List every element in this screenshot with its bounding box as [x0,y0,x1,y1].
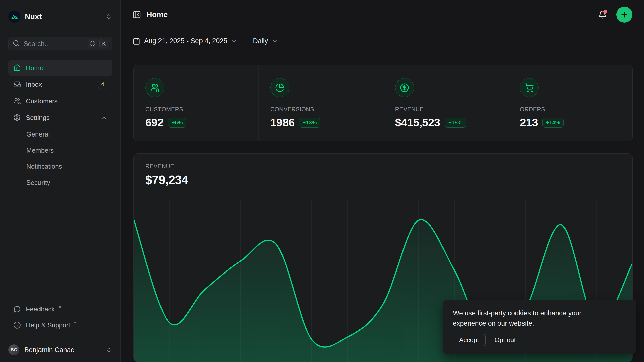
revenue-chart-label: REVENUE [145,163,632,170]
subnav-label: Members [26,147,54,154]
chevron-down-icon [272,38,278,44]
gear-icon [13,114,21,121]
sidebar-item-label: Home [26,64,43,72]
workspace-name: Nuxt [25,12,42,21]
page-title: Home [147,10,168,19]
kbd-meta: ⌘ [88,39,97,48]
external-link-icon [58,303,62,311]
subnav-label: General [26,130,50,138]
sidebar-item-members[interactable]: Members [26,142,112,158]
users-icon [145,78,164,97]
granularity-value: Daily [253,37,268,45]
sidebar-item-notifications[interactable]: Notifications [26,158,112,174]
search-icon [13,40,20,48]
optout-cookies-button[interactable]: Opt out [495,334,516,346]
stat-delta-badge: +6% [168,118,186,128]
search-box[interactable]: ⌘ K [8,37,112,50]
revenue-chart-header: REVENUE $79,234 [134,154,632,187]
sidebar-item-customers[interactable]: Customers [8,93,112,109]
stat-label: CONVERSIONS [270,106,383,113]
cookie-banner: We use first-party cookies to enhance yo… [443,300,636,354]
sidebar-item-label: Inbox [26,81,42,88]
filters-toolbar: Aug 21, 2025 - Sep 4, 2025 Daily [121,29,644,53]
topbar-actions [598,7,632,23]
subnav-label: Notifications [26,163,62,170]
stat-delta-badge: +14% [542,118,564,128]
stat-value: $415,523 [395,116,440,129]
help-support-label: Help & Support [26,321,70,329]
feedback-link[interactable]: Feedback [8,302,112,316]
stat-label: ORDERS [520,106,632,113]
info-icon [13,321,21,329]
add-button[interactable] [616,7,632,23]
chevrons-up-down-icon [106,13,112,20]
sidebar-item-inbox[interactable]: Inbox 4 [8,76,112,93]
users-icon [13,97,21,105]
home-icon [13,64,21,72]
feedback-label: Feedback [26,305,55,313]
settings-subnav: General Members Notifications Security [8,126,112,191]
chevrons-up-down-icon [106,347,112,353]
topbar: Home [121,0,644,29]
pie-chart-icon [270,78,289,97]
stat-delta-badge: +13% [299,118,320,128]
workspace-switcher[interactable]: Nuxt [8,9,112,24]
revenue-chart-value: $79,234 [145,173,632,187]
sidebar-footer: Feedback Help & Support [8,302,112,338]
calendar-icon [133,37,140,45]
stats-card: CUSTOMERS 692 +6% CONVERSIONS 1986 +13% [133,65,633,141]
nuxt-logo-icon [8,11,20,23]
inbox-count-badge: 4 [98,80,107,89]
kbd-k: K [99,39,108,48]
stat-value: 692 [145,116,164,129]
search-input[interactable] [23,40,84,48]
cookie-message: We use first-party cookies to enhance yo… [453,308,614,328]
cookie-actions: Accept Opt out [453,334,626,346]
stat-label: CUSTOMERS [145,106,258,113]
user-menu[interactable]: BC Benjamin Canac [0,338,120,362]
inbox-icon [13,81,21,88]
search-shortcut: ⌘ K [88,39,108,48]
date-range-picker[interactable]: Aug 21, 2025 - Sep 4, 2025 [133,37,237,45]
chevron-down-icon [231,38,237,44]
avatar: BC [8,344,19,355]
chevron-up-icon [101,114,107,121]
sidebar-item-settings[interactable]: Settings [8,110,112,126]
stat-value: 213 [520,116,538,129]
sidebar-collapse-button[interactable] [133,10,141,19]
sidebar-item-general[interactable]: General [26,126,112,142]
granularity-select[interactable]: Daily [253,37,278,45]
notifications-button[interactable] [598,10,607,19]
external-link-icon [73,319,77,327]
subnav-label: Security [26,179,50,187]
user-name: Benjamin Canac [24,346,74,354]
sidebar-nav: Home Inbox 4 Customers Settings [8,60,112,191]
sidebar-item-home[interactable]: Home [8,60,112,76]
stat-orders: ORDERS 213 +14% [508,65,632,141]
help-support-link[interactable]: Help & Support [8,318,112,332]
sidebar: Nuxt ⌘ K Home [0,0,121,362]
stat-revenue: REVENUE $415,523 +18% [383,65,508,141]
date-range-value: Aug 21, 2025 - Sep 4, 2025 [144,37,227,45]
sidebar-item-label: Settings [26,114,50,122]
stat-conversions: CONVERSIONS 1986 +13% [258,65,383,141]
dollar-circle-icon [395,78,414,97]
shopping-cart-icon [520,78,539,97]
accept-cookies-button[interactable]: Accept [453,334,486,346]
stat-customers: CUSTOMERS 692 +6% [134,65,258,141]
stat-delta-badge: +18% [445,118,466,128]
sidebar-item-security[interactable]: Security [26,174,112,191]
stat-value: 1986 [270,116,295,129]
plus-icon [620,10,629,19]
sidebar-item-label: Customers [26,97,58,105]
message-bubble-icon [13,305,21,313]
stat-label: REVENUE [395,106,508,113]
